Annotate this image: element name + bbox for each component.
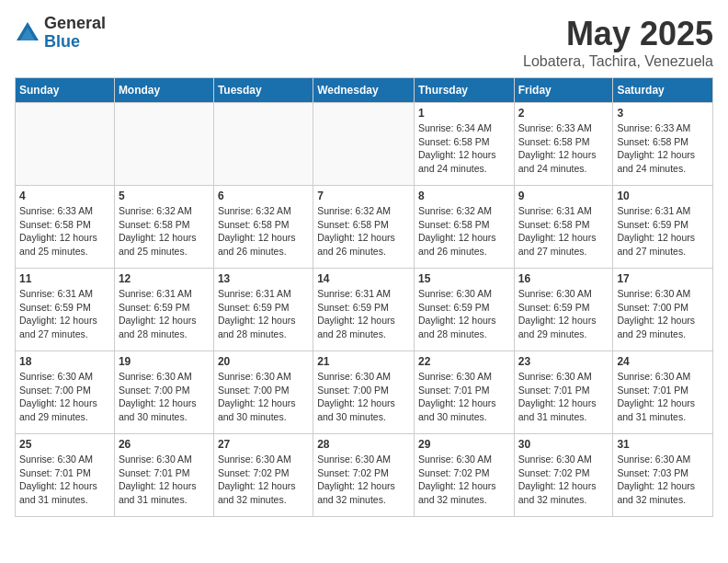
calendar-day-cell: 14Sunrise: 6:31 AM Sunset: 6:59 PM Dayli… [313, 269, 415, 351]
day-info: Sunrise: 6:30 AM Sunset: 7:03 PM Dayligh… [617, 453, 709, 507]
weekday-header: Thursday [414, 78, 514, 103]
day-info: Sunrise: 6:30 AM Sunset: 7:01 PM Dayligh… [617, 370, 709, 424]
calendar-day-cell: 9Sunrise: 6:31 AM Sunset: 6:58 PM Daylig… [514, 186, 613, 269]
calendar-day-cell: 2Sunrise: 6:33 AM Sunset: 6:58 PM Daylig… [514, 103, 613, 186]
calendar-day-cell: 25Sunrise: 6:30 AM Sunset: 7:01 PM Dayli… [16, 434, 115, 517]
calendar-day-cell: 1Sunrise: 6:34 AM Sunset: 6:58 PM Daylig… [414, 103, 514, 186]
day-number: 28 [317, 438, 410, 451]
logo: General Blue [15, 15, 106, 52]
calendar-day-cell: 28Sunrise: 6:30 AM Sunset: 7:02 PM Dayli… [313, 434, 415, 517]
logo-icon [15, 20, 40, 46]
calendar-day-cell [313, 103, 415, 186]
day-info: Sunrise: 6:30 AM Sunset: 7:01 PM Dayligh… [518, 370, 609, 424]
day-info: Sunrise: 6:31 AM Sunset: 6:58 PM Dayligh… [518, 204, 609, 259]
day-info: Sunrise: 6:30 AM Sunset: 7:00 PM Dayligh… [19, 370, 110, 424]
day-info: Sunrise: 6:31 AM Sunset: 6:59 PM Dayligh… [19, 287, 110, 341]
calendar-day-cell: 18Sunrise: 6:30 AM Sunset: 7:00 PM Dayli… [16, 351, 115, 434]
calendar-day-cell: 11Sunrise: 6:31 AM Sunset: 6:59 PM Dayli… [16, 269, 115, 351]
day-number: 13 [218, 272, 309, 285]
calendar-day-cell: 16Sunrise: 6:30 AM Sunset: 6:59 PM Dayli… [514, 269, 613, 351]
day-info: Sunrise: 6:30 AM Sunset: 7:00 PM Dayligh… [317, 370, 410, 424]
weekday-header: Sunday [16, 78, 115, 103]
day-number: 19 [119, 355, 210, 368]
day-number: 1 [418, 107, 510, 120]
day-info: Sunrise: 6:30 AM Sunset: 7:01 PM Dayligh… [119, 453, 210, 507]
calendar-day-cell: 12Sunrise: 6:31 AM Sunset: 6:59 PM Dayli… [114, 269, 213, 351]
day-info: Sunrise: 6:31 AM Sunset: 6:59 PM Dayligh… [317, 287, 410, 341]
calendar-table: SundayMondayTuesdayWednesdayThursdayFrid… [15, 77, 713, 517]
calendar-day-cell: 23Sunrise: 6:30 AM Sunset: 7:01 PM Dayli… [514, 351, 613, 434]
day-number: 31 [617, 438, 709, 451]
weekday-header: Friday [514, 78, 613, 103]
day-info: Sunrise: 6:33 AM Sunset: 6:58 PM Dayligh… [19, 204, 110, 259]
day-info: Sunrise: 6:31 AM Sunset: 6:59 PM Dayligh… [119, 287, 210, 341]
day-number: 8 [418, 190, 510, 202]
calendar-day-cell: 21Sunrise: 6:30 AM Sunset: 7:00 PM Dayli… [313, 351, 415, 434]
day-number: 15 [418, 272, 510, 285]
calendar-week-row: 18Sunrise: 6:30 AM Sunset: 7:00 PM Dayli… [16, 351, 713, 434]
logo-general-text: General [44, 15, 106, 33]
calendar-day-cell: 24Sunrise: 6:30 AM Sunset: 7:01 PM Dayli… [613, 351, 713, 434]
title-block: May 2025 Lobatera, Tachira, Venezuela [523, 15, 713, 70]
day-number: 10 [617, 190, 709, 202]
calendar-day-cell: 20Sunrise: 6:30 AM Sunset: 7:00 PM Dayli… [213, 351, 313, 434]
day-number: 16 [518, 272, 609, 285]
weekday-header-row: SundayMondayTuesdayWednesdayThursdayFrid… [16, 78, 713, 103]
calendar-day-cell: 10Sunrise: 6:31 AM Sunset: 6:59 PM Dayli… [613, 186, 713, 269]
day-info: Sunrise: 6:30 AM Sunset: 7:00 PM Dayligh… [617, 287, 709, 341]
day-number: 22 [418, 355, 510, 368]
day-info: Sunrise: 6:30 AM Sunset: 7:02 PM Dayligh… [518, 453, 609, 507]
calendar-day-cell: 8Sunrise: 6:32 AM Sunset: 6:58 PM Daylig… [414, 186, 514, 269]
calendar-day-cell: 7Sunrise: 6:32 AM Sunset: 6:58 PM Daylig… [313, 186, 415, 269]
day-info: Sunrise: 6:30 AM Sunset: 6:59 PM Dayligh… [518, 287, 609, 341]
day-info: Sunrise: 6:32 AM Sunset: 6:58 PM Dayligh… [119, 204, 210, 259]
calendar-subtitle: Lobatera, Tachira, Venezuela [523, 53, 713, 70]
day-info: Sunrise: 6:30 AM Sunset: 7:02 PM Dayligh… [418, 453, 510, 507]
day-number: 30 [518, 438, 609, 451]
day-info: Sunrise: 6:30 AM Sunset: 7:02 PM Dayligh… [317, 453, 410, 507]
day-info: Sunrise: 6:31 AM Sunset: 6:59 PM Dayligh… [218, 287, 309, 341]
day-number: 14 [317, 272, 410, 285]
day-number: 7 [317, 190, 410, 202]
calendar-day-cell [114, 103, 213, 186]
day-number: 23 [518, 355, 609, 368]
day-info: Sunrise: 6:30 AM Sunset: 6:59 PM Dayligh… [418, 287, 510, 341]
weekday-header: Saturday [613, 78, 713, 103]
day-info: Sunrise: 6:30 AM Sunset: 7:00 PM Dayligh… [119, 370, 210, 424]
day-number: 29 [418, 438, 510, 451]
day-info: Sunrise: 6:32 AM Sunset: 6:58 PM Dayligh… [418, 204, 510, 259]
calendar-week-row: 1Sunrise: 6:34 AM Sunset: 6:58 PM Daylig… [16, 103, 713, 186]
calendar-day-cell: 27Sunrise: 6:30 AM Sunset: 7:02 PM Dayli… [213, 434, 313, 517]
calendar-day-cell [16, 103, 115, 186]
day-number: 17 [617, 272, 709, 285]
weekday-header: Tuesday [213, 78, 313, 103]
calendar-week-row: 25Sunrise: 6:30 AM Sunset: 7:01 PM Dayli… [16, 434, 713, 517]
weekday-header: Monday [114, 78, 213, 103]
calendar-week-row: 11Sunrise: 6:31 AM Sunset: 6:59 PM Dayli… [16, 269, 713, 351]
day-number: 24 [617, 355, 709, 368]
calendar-title: May 2025 [523, 15, 713, 53]
calendar-day-cell: 17Sunrise: 6:30 AM Sunset: 7:00 PM Dayli… [613, 269, 713, 351]
day-info: Sunrise: 6:33 AM Sunset: 6:58 PM Dayligh… [617, 121, 709, 176]
page-header: General Blue May 2025 Lobatera, Tachira,… [15, 15, 713, 70]
day-info: Sunrise: 6:30 AM Sunset: 7:02 PM Dayligh… [218, 453, 309, 507]
day-number: 4 [19, 190, 110, 202]
day-number: 6 [218, 190, 309, 202]
calendar-day-cell: 4Sunrise: 6:33 AM Sunset: 6:58 PM Daylig… [16, 186, 115, 269]
day-info: Sunrise: 6:30 AM Sunset: 7:00 PM Dayligh… [218, 370, 309, 424]
day-info: Sunrise: 6:31 AM Sunset: 6:59 PM Dayligh… [617, 204, 709, 259]
day-number: 5 [119, 190, 210, 202]
day-info: Sunrise: 6:33 AM Sunset: 6:58 PM Dayligh… [518, 121, 609, 176]
calendar-day-cell: 15Sunrise: 6:30 AM Sunset: 6:59 PM Dayli… [414, 269, 514, 351]
day-number: 3 [617, 107, 709, 120]
calendar-day-cell: 29Sunrise: 6:30 AM Sunset: 7:02 PM Dayli… [414, 434, 514, 517]
calendar-day-cell: 19Sunrise: 6:30 AM Sunset: 7:00 PM Dayli… [114, 351, 213, 434]
day-number: 27 [218, 438, 309, 451]
day-number: 25 [19, 438, 110, 451]
day-number: 26 [119, 438, 210, 451]
day-number: 20 [218, 355, 309, 368]
day-info: Sunrise: 6:34 AM Sunset: 6:58 PM Dayligh… [418, 121, 510, 176]
day-info: Sunrise: 6:30 AM Sunset: 7:01 PM Dayligh… [418, 370, 510, 424]
day-number: 2 [518, 107, 609, 120]
calendar-day-cell: 3Sunrise: 6:33 AM Sunset: 6:58 PM Daylig… [613, 103, 713, 186]
